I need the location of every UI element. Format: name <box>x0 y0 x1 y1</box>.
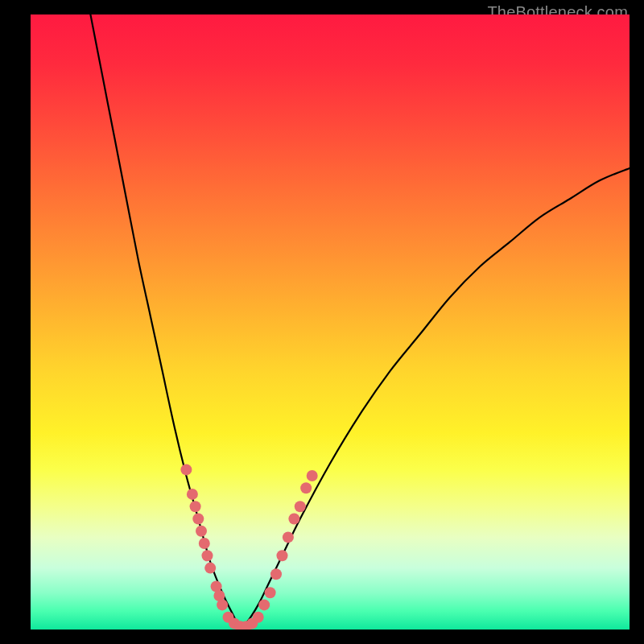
data-marker <box>202 550 213 561</box>
data-marker <box>270 568 282 580</box>
data-marker <box>253 612 264 623</box>
bottleneck-curve <box>90 14 630 630</box>
data-marker <box>288 514 299 525</box>
data-marker <box>258 599 270 610</box>
data-marker <box>196 526 207 537</box>
data-marker <box>283 531 294 543</box>
data-marker <box>199 538 210 549</box>
data-marker <box>300 482 312 493</box>
data-marker <box>180 464 192 475</box>
curve-svg <box>31 14 630 630</box>
data-marker <box>187 489 198 500</box>
data-marker <box>204 563 216 574</box>
data-marker <box>190 501 201 512</box>
data-marker <box>277 550 288 561</box>
data-marker <box>265 587 276 598</box>
chart-frame: TheBottleneck.com <box>0 0 644 644</box>
data-marker <box>192 514 204 525</box>
plot-area <box>31 14 630 630</box>
data-marker <box>295 501 306 512</box>
data-marker <box>307 470 318 481</box>
markers-group <box>180 464 317 630</box>
curve-group <box>90 14 630 630</box>
data-marker <box>217 599 228 610</box>
